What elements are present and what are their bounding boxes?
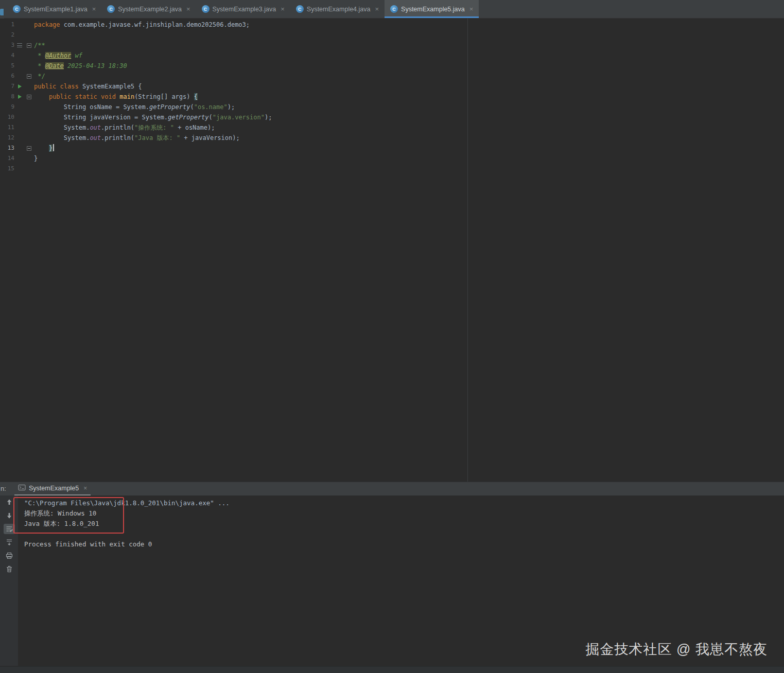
console-line: Process finished with exit code 0 [24,539,779,550]
gutter-icons [14,50,25,61]
tab-close-icon[interactable]: × [281,5,285,13]
gutter-fold [25,50,33,61]
close-icon[interactable]: × [83,485,87,492]
line-number: 3 [4,40,14,50]
gutter-icons [14,92,25,102]
console-output[interactable]: "C:\Program Files\Java\jdk1.8.0_201\bin\… [24,498,779,550]
java-class-icon [202,5,210,13]
gutter-icons [14,40,25,50]
clear-icon[interactable] [4,564,15,574]
line-number: 11 [4,122,14,133]
tab-label: SystemExample2.java [118,6,182,13]
tab-close-icon[interactable]: × [186,5,190,13]
code-text: } [33,153,38,164]
gutter-fold [25,71,33,81]
scroll-end-icon[interactable] [4,537,15,547]
editor-tab[interactable]: SystemExample4.java× [290,0,385,18]
line-number: 4 [4,50,14,61]
up-arrow-icon[interactable] [4,497,15,507]
code-line[interactable]: 9 String osName = System.getProperty("os… [4,102,784,112]
editor-pane[interactable]: 1package com.example.javase.wf.jinshipla… [0,19,784,482]
code-line[interactable]: 1package com.example.javase.wf.jinshipla… [4,20,784,30]
gutter-fold [25,81,33,92]
print-icon[interactable] [4,551,15,561]
text-caret [53,144,54,151]
editor-tab[interactable]: SystemExample1.java× [7,0,101,18]
down-arrow-icon[interactable] [4,510,15,521]
code-line[interactable]: 11 System.out.println("操作系统: " + osName)… [4,122,784,133]
line-number: 10 [4,112,14,122]
gutter-icons [14,133,25,143]
code-text: String osName = System.getProperty("os.n… [33,102,235,112]
gutter-icons [14,71,25,81]
gutter-fold [25,40,33,50]
fold-icon[interactable] [27,95,31,99]
console-line: Java 版本: 1.8.0_201 [24,519,779,529]
gutter-icons [14,30,25,40]
console-line: 操作系统: Windows 10 [24,508,779,519]
line-number: 13 [4,143,14,153]
console-icon [18,484,26,492]
code-line[interactable]: 4 * @Author wf [4,50,784,61]
editor-tab-bar: SystemExample1.java×SystemExample2.java×… [4,0,784,19]
run-tool-window-tab-bar: n: SystemExample5 × [0,482,784,495]
java-class-icon [296,5,304,13]
gutter-icons [14,143,25,153]
code-text: String javaVersion = System.getProperty(… [33,112,272,122]
gutter-fold [25,153,33,164]
code-line[interactable]: 10 String javaVersion = System.getProper… [4,112,784,122]
code-text: System.out.println("Java 版本: " + javaVer… [33,133,240,143]
run-icon[interactable] [18,84,22,88]
gutter-icons [14,122,25,133]
fold-icon[interactable] [27,146,31,151]
tab-label: SystemExample5.java [401,6,465,13]
console-toolbar [0,495,18,666]
gutter-fold [25,164,33,174]
editor-tab[interactable]: SystemExample5.java× [385,0,479,18]
code-line[interactable]: 15 [4,164,784,174]
gutter-fold [25,92,33,102]
editor-tab[interactable]: SystemExample3.java× [196,0,290,18]
gutter-fold [25,30,33,40]
code-text: } [33,143,54,153]
fold-icon[interactable] [27,74,31,79]
code-line[interactable]: 13 } [4,143,784,153]
bottom-edge-bar [0,666,784,673]
soft-wrap-icon[interactable] [4,524,15,534]
editor-tab[interactable]: SystemExample2.java× [101,0,196,18]
run-icon[interactable] [18,95,22,99]
code-editor[interactable]: 1package com.example.javase.wf.jinshipla… [4,20,784,174]
tab-label: SystemExample1.java [24,6,88,13]
code-text: /** [33,40,45,50]
tab-label: SystemExample3.java [213,6,276,13]
gutter-icons [14,164,25,174]
console-line [24,529,779,539]
line-number: 7 [4,81,14,92]
gutter-fold [25,102,33,112]
gutter-icons [14,81,25,92]
code-line[interactable]: 6 */ [4,71,784,81]
code-line[interactable]: 3/** [4,40,784,50]
code-line[interactable]: 12 System.out.println("Java 版本: " + java… [4,133,784,143]
code-line[interactable]: 5 * @Date 2025-04-13 18:30 [4,61,784,71]
gutter-icons [14,61,25,71]
code-text: public class SystemExample5 { [33,81,142,92]
code-line[interactable]: 8 public static void main(String[] args)… [4,92,784,102]
console-tab-systemexample5[interactable]: SystemExample5 × [14,483,91,495]
code-line[interactable]: 7public class SystemExample5 { [4,81,784,92]
tab-close-icon[interactable]: × [375,5,379,13]
line-number: 1 [4,20,14,30]
fold-icon[interactable] [27,43,31,48]
gutter-fold [25,61,33,71]
code-text: * @Author wf [33,50,82,61]
code-text: public static void main(String[] args) { [33,92,198,102]
gutter-icons [14,153,25,164]
java-class-icon [390,5,398,13]
code-line[interactable]: 2 [4,30,784,40]
tab-close-icon[interactable]: × [92,5,96,13]
line-number: 14 [4,153,14,164]
code-line[interactable]: 14} [4,153,784,164]
tab-close-icon[interactable]: × [469,5,474,13]
gutter-icons [14,102,25,112]
gutter-fold [25,112,33,122]
